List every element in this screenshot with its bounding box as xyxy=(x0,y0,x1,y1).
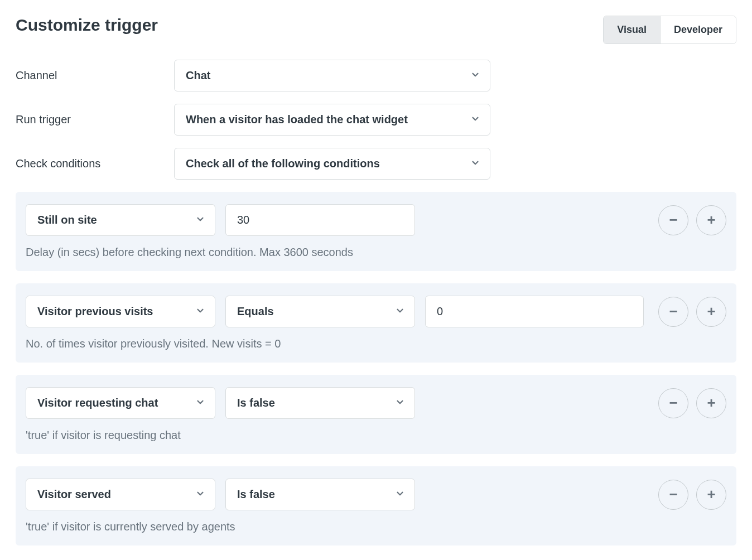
add-condition-button[interactable]: + xyxy=(696,388,726,418)
condition-operator-value: Is false xyxy=(237,488,275,501)
check-conditions-select[interactable]: Check all of the following conditions xyxy=(174,148,490,180)
minus-icon: − xyxy=(669,303,677,320)
condition-field-value: Visitor served xyxy=(37,488,111,501)
add-condition-button[interactable]: + xyxy=(696,480,726,510)
run-trigger-select[interactable]: When a visitor has loaded the chat widge… xyxy=(174,104,490,136)
view-mode-toggle: Visual Developer xyxy=(603,16,736,44)
condition-helper: No. of times visitor previously visited.… xyxy=(26,337,726,350)
condition-operator-select[interactable]: Equals xyxy=(225,296,415,327)
condition-operator-value: Is false xyxy=(237,397,275,409)
channel-label: Channel xyxy=(16,69,174,82)
condition-field-value: Visitor previous visits xyxy=(37,305,153,318)
plus-icon: + xyxy=(707,486,715,503)
condition-field-value: Still on site xyxy=(37,214,97,226)
check-conditions-label: Check conditions xyxy=(16,157,174,170)
condition-value-input[interactable] xyxy=(425,296,644,327)
plus-icon: + xyxy=(707,303,715,320)
add-condition-button[interactable]: + xyxy=(696,297,726,327)
remove-condition-button[interactable]: − xyxy=(658,480,688,510)
condition-row: Visitor previous visits Equals − + No. o… xyxy=(16,283,736,363)
condition-helper: Delay (in secs) before checking next con… xyxy=(26,246,726,259)
plus-icon: + xyxy=(707,211,715,229)
condition-row: Visitor requesting chat Is false − + 'tr… xyxy=(16,375,736,454)
condition-helper: 'true' if visitor is requesting chat xyxy=(26,429,726,442)
condition-row: Still on site − + Delay (in secs) before… xyxy=(16,192,736,271)
condition-field-select[interactable]: Still on site xyxy=(26,204,215,236)
minus-icon: − xyxy=(669,211,677,229)
visual-tab[interactable]: Visual xyxy=(604,16,660,44)
condition-field-value: Visitor requesting chat xyxy=(37,397,158,409)
remove-condition-button[interactable]: − xyxy=(658,205,688,235)
condition-operator-select[interactable]: Is false xyxy=(225,387,415,419)
minus-icon: − xyxy=(669,394,677,412)
plus-icon: + xyxy=(707,394,715,412)
page-title: Customize trigger xyxy=(16,16,158,35)
channel-select[interactable]: Chat xyxy=(174,60,490,91)
condition-value-input[interactable] xyxy=(225,204,415,236)
run-trigger-value: When a visitor has loaded the chat widge… xyxy=(186,113,408,126)
condition-helper: 'true' if visitor is currently served by… xyxy=(26,520,726,533)
remove-condition-button[interactable]: − xyxy=(658,297,688,327)
condition-operator-select[interactable]: Is false xyxy=(225,479,415,510)
condition-field-select[interactable]: Visitor requesting chat xyxy=(26,387,215,419)
remove-condition-button[interactable]: − xyxy=(658,388,688,418)
condition-row: Visitor served Is false − + 'true' if vi… xyxy=(16,466,736,545)
add-condition-button[interactable]: + xyxy=(696,205,726,235)
condition-field-select[interactable]: Visitor previous visits xyxy=(26,296,215,327)
channel-value: Chat xyxy=(186,69,210,82)
condition-field-select[interactable]: Visitor served xyxy=(26,479,215,510)
developer-tab[interactable]: Developer xyxy=(660,16,736,44)
run-trigger-label: Run trigger xyxy=(16,113,174,126)
condition-operator-value: Equals xyxy=(237,305,274,318)
minus-icon: − xyxy=(669,486,677,503)
check-conditions-value: Check all of the following conditions xyxy=(186,157,380,170)
